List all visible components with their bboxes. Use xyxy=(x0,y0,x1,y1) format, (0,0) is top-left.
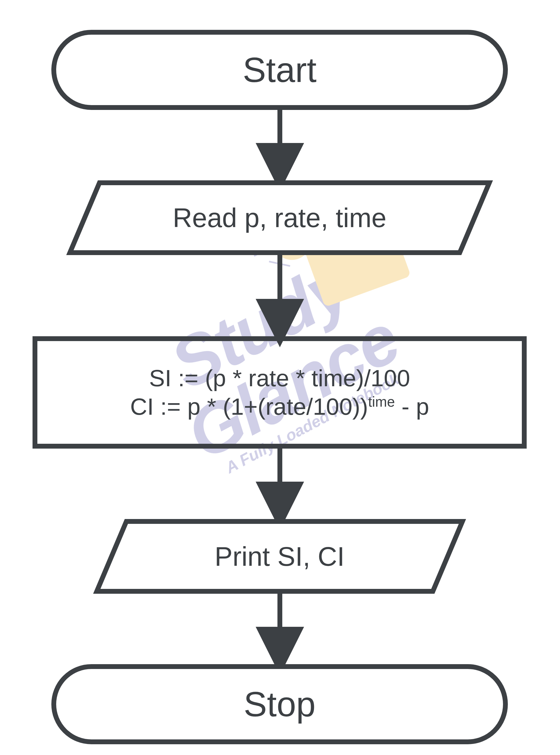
process-line2-sup: time xyxy=(368,394,395,410)
start-label: Start xyxy=(51,32,508,107)
stop-label: Stop xyxy=(51,667,508,742)
process-line2: CI := p * (1+(rate/100))time - p xyxy=(130,392,429,421)
process-label: SI := (p * rate * time)/100 CI := p * (1… xyxy=(32,339,527,446)
print-label: Print SI, CI xyxy=(110,522,449,591)
flowchart-canvas: Study Glance A Fully Loaded Notebook xyxy=(0,0,560,755)
process-line2-pre: CI := p * (1+(rate/100)) xyxy=(130,393,368,420)
read-label: Read p, rate, time xyxy=(81,183,479,253)
process-line1: SI := (p * rate * time)/100 xyxy=(149,364,410,392)
process-line2-post: - p xyxy=(395,393,429,420)
